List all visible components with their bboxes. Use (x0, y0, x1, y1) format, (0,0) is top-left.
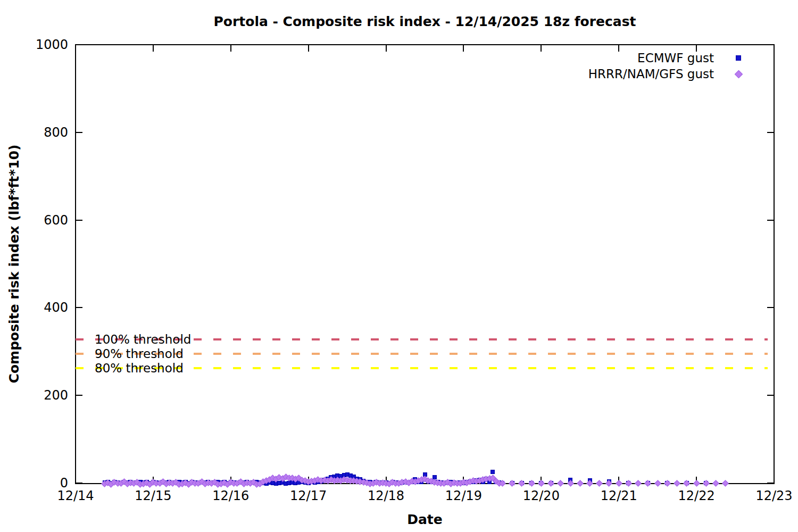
y-tick-label: 600 (18, 213, 68, 228)
x-tick-label: 12/23 (747, 488, 798, 503)
data-point-hrrr (654, 480, 661, 487)
data-point-hrrr (577, 480, 584, 487)
y-tick-label: 1000 (18, 37, 68, 52)
data-point-hrrr (606, 480, 613, 487)
data-point-hrrr (684, 480, 691, 487)
x-tick-mirror (153, 45, 154, 52)
x-axis-label: Date (76, 512, 774, 527)
threshold-label: 100% threshold (95, 331, 191, 347)
diamond-marker-icon (734, 70, 743, 78)
data-point-hrrr (596, 480, 603, 487)
y-tick (76, 307, 82, 308)
data-point-hrrr (557, 480, 564, 487)
x-tick-mirror (308, 45, 309, 52)
data-point-hrrr (693, 480, 700, 487)
x-tick (774, 477, 775, 483)
x-tick-label: 12/18 (360, 488, 413, 503)
data-point-ecmwf (491, 470, 495, 474)
x-tick-label: 12/14 (49, 488, 102, 503)
x-tick-label: 12/20 (514, 488, 568, 503)
y-tick (76, 395, 82, 396)
x-tick-label: 12/15 (127, 488, 180, 503)
legend-label-hrrr: HRRR/NAM/GFS gust (588, 67, 714, 81)
y-tick-mirror (767, 307, 774, 308)
y-tick-mirror (767, 132, 774, 133)
x-tick-mirror (774, 45, 775, 52)
y-tick-mirror (767, 395, 774, 396)
legend-sample-hrrr (714, 71, 763, 77)
data-point-hrrr (616, 480, 622, 487)
x-tick-label: 12/21 (592, 488, 645, 503)
chart-canvas: Portola - Composite risk index - 12/14/2… (0, 0, 798, 532)
x-tick-mirror (230, 45, 231, 52)
data-point-hrrr (712, 480, 719, 487)
y-tick-label: 0 (18, 476, 68, 491)
y-tick (76, 483, 82, 484)
y-tick-label: 200 (18, 388, 68, 403)
legend-item-ecmwf: ECMWF gust (588, 50, 763, 66)
legend-sample-ecmwf (714, 55, 763, 61)
y-tick (76, 132, 82, 133)
x-tick-label: 12/22 (670, 488, 723, 503)
threshold-label: 80% threshold (95, 360, 184, 376)
x-tick-label: 12/17 (282, 488, 335, 503)
data-point-hrrr (674, 480, 680, 487)
data-point-hrrr (635, 480, 642, 487)
threshold-label: 90% threshold (95, 346, 184, 362)
data-point-hrrr (645, 480, 652, 487)
x-tick-label: 12/16 (204, 488, 257, 503)
y-tick-mirror (767, 44, 774, 45)
y-tick (76, 220, 82, 221)
y-tick-mirror (767, 483, 774, 484)
legend-label-ecmwf: ECMWF gust (637, 51, 714, 65)
y-tick-label: 400 (18, 300, 68, 315)
x-tick-mirror (541, 45, 542, 52)
x-tick-mirror (75, 45, 76, 52)
x-tick-label: 12/19 (437, 488, 490, 503)
data-point-hrrr (722, 480, 729, 487)
x-tick-mirror (463, 45, 464, 52)
y-tick-label: 800 (18, 125, 68, 140)
legend-item-hrrr: HRRR/NAM/GFS gust (588, 66, 763, 82)
y-tick (76, 44, 82, 45)
x-tick-mirror (386, 45, 387, 52)
y-tick-mirror (767, 220, 774, 221)
legend: ECMWF gust HRRR/NAM/GFS gust (588, 50, 763, 82)
square-marker-icon (736, 55, 741, 61)
